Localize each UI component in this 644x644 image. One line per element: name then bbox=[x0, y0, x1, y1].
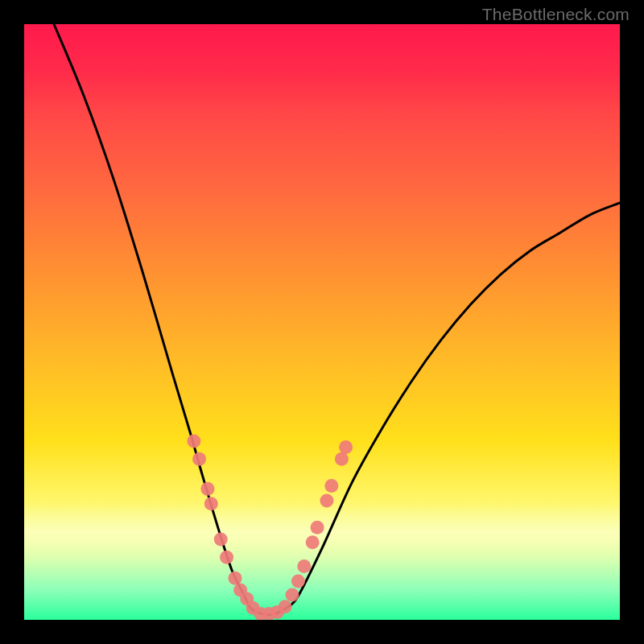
bottleneck-curve-line bbox=[54, 24, 620, 615]
chart-frame: TheBottleneck.com bbox=[0, 0, 644, 644]
data-marker bbox=[320, 494, 333, 508]
data-marker bbox=[335, 452, 349, 466]
data-marker bbox=[214, 533, 228, 547]
data-marker bbox=[339, 440, 353, 454]
data-marker bbox=[228, 572, 242, 585]
data-marker bbox=[286, 588, 299, 601]
data-marker bbox=[200, 482, 214, 496]
curve-svg bbox=[24, 24, 620, 620]
data-marker bbox=[192, 452, 206, 466]
data-marker bbox=[311, 521, 324, 535]
data-marker bbox=[220, 551, 233, 564]
plot-area bbox=[24, 24, 620, 620]
data-marker bbox=[187, 435, 200, 448]
data-marker bbox=[324, 479, 338, 493]
watermark-text: TheBottleneck.com bbox=[482, 5, 630, 24]
marker-group bbox=[187, 435, 353, 621]
data-marker bbox=[291, 574, 305, 588]
data-marker bbox=[306, 535, 320, 549]
data-marker bbox=[279, 600, 292, 613]
curve-group bbox=[54, 24, 620, 615]
data-marker bbox=[204, 497, 218, 510]
data-marker bbox=[297, 559, 311, 573]
